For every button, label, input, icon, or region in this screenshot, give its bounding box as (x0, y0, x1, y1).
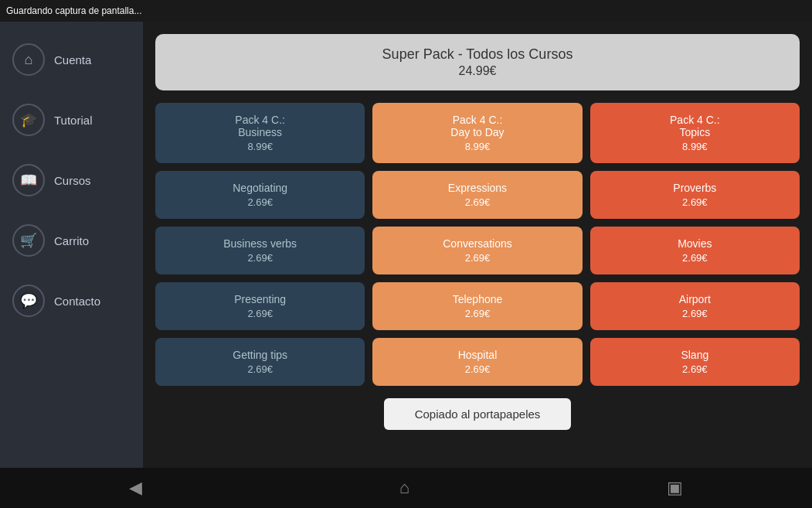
course-getting-tips[interactable]: Getting tips 2.69€ (155, 338, 365, 386)
clipboard-button[interactable]: Copiado al portapapeles (384, 398, 572, 430)
sidebar-item-cursos[interactable]: 📖 Cursos (0, 150, 143, 210)
course-presenting[interactable]: Presenting 2.69€ (155, 282, 365, 330)
sidebar-label-carrito: Carrito (54, 234, 89, 247)
contacto-icon: 💬 (12, 285, 45, 317)
sidebar-label-tutorial: Tutorial (54, 114, 92, 127)
super-pack-button[interactable]: Super Pack - Todos los Cursos 24.99€ (155, 34, 800, 90)
course-negotiating[interactable]: Negotiating 2.69€ (155, 171, 365, 219)
top-bar: Guardando captura de pantalla... (0, 0, 812, 22)
course-expressions[interactable]: Expressions 2.69€ (372, 171, 582, 219)
bottom-nav: ◀ ⌂ ▣ (0, 468, 812, 508)
sidebar-item-cuenta[interactable]: ⌂ Cuenta (0, 29, 143, 90)
sidebar: ⌂ Cuenta 🎓 Tutorial 📖 Cursos 🛒 Carrito 💬… (0, 22, 143, 468)
sidebar-label-contacto: Contacto (54, 295, 100, 308)
course-proverbs[interactable]: Proverbs 2.69€ (590, 171, 800, 219)
sidebar-item-tutorial[interactable]: 🎓 Tutorial (0, 90, 143, 150)
super-pack-price: 24.99€ (168, 64, 787, 78)
course-business-verbs[interactable]: Business verbs 2.69€ (155, 227, 365, 274)
course-grid: Pack 4 C.:Business 8.99€ Pack 4 C.:Day t… (155, 103, 800, 386)
course-airport[interactable]: Airport 2.69€ (590, 282, 800, 330)
carrito-icon: 🛒 (12, 224, 45, 257)
sidebar-item-carrito[interactable]: 🛒 Carrito (0, 210, 143, 271)
home-icon: ⌂ (12, 43, 45, 76)
back-button[interactable]: ◀ (110, 472, 161, 504)
home-button[interactable]: ⌂ (381, 472, 428, 504)
course-conversations[interactable]: Conversations 2.69€ (372, 227, 582, 274)
course-slang[interactable]: Slang 2.69€ (590, 338, 800, 386)
sidebar-item-contacto[interactable]: 💬 Contacto (0, 271, 143, 331)
course-hospital[interactable]: Hospital 2.69€ (372, 338, 582, 386)
super-pack-title: Super Pack - Todos los Cursos (168, 46, 787, 63)
sidebar-label-cursos: Cursos (54, 174, 91, 187)
pack-day-to-day[interactable]: Pack 4 C.:Day to Day 8.99€ (372, 103, 582, 163)
sidebar-label-cuenta: Cuenta (54, 53, 91, 66)
top-bar-label: Guardando captura de pantalla... (6, 5, 141, 16)
cursos-icon: 📖 (12, 164, 45, 196)
course-movies[interactable]: Movies 2.69€ (590, 227, 800, 274)
recent-button[interactable]: ▣ (648, 472, 702, 504)
course-telephone[interactable]: Telephone 2.69€ (372, 282, 582, 330)
pack-topics[interactable]: Pack 4 C.:Topics 8.99€ (590, 103, 800, 163)
tutorial-icon: 🎓 (12, 104, 45, 136)
pack-business[interactable]: Pack 4 C.:Business 8.99€ (155, 103, 365, 163)
main-content: Super Pack - Todos los Cursos 24.99€ Pac… (143, 22, 812, 468)
